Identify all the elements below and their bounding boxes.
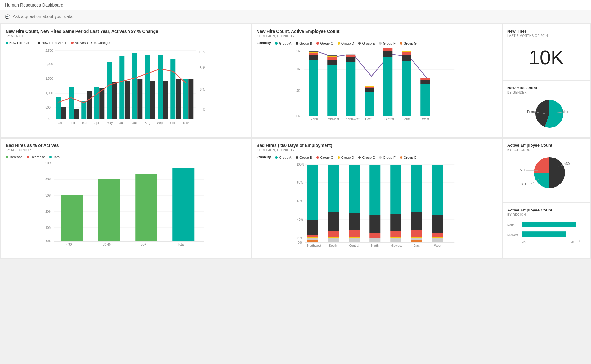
qa-input[interactable] <box>13 13 100 20</box>
bar-aug-sply <box>150 81 155 119</box>
bar-northwest-a <box>346 62 355 116</box>
bar-east-c <box>365 87 374 88</box>
panel-new-hire-region: New Hire Count, Active Employee Count BY… <box>252 24 502 137</box>
legend-group-e: Group E <box>358 42 375 45</box>
subtitle-bad-hires-60: BY REGION, ETHNICITY <box>257 149 498 152</box>
bar-south-c <box>402 52 411 55</box>
x-label-nov: Nov <box>183 121 189 125</box>
y-axis-right: 10 % <box>199 51 206 54</box>
value-10k: 10K <box>507 40 585 75</box>
bar-n-f <box>369 238 380 242</box>
bar-north-d <box>309 52 318 53</box>
x-60-s: South <box>329 244 337 247</box>
label-3049: 30-49 <box>520 182 528 186</box>
bar-mar-newhire <box>81 101 86 119</box>
x-label-north: North <box>310 118 318 121</box>
x-label-central: Central <box>384 118 394 121</box>
y-0: 0% <box>46 240 51 243</box>
chart-region: 6K 4K 2K 0K <box>257 48 498 133</box>
bar-w-f <box>432 238 443 242</box>
bar-jun-newhire <box>119 56 124 119</box>
label-north-bar: North <box>507 223 515 227</box>
bar-s-a <box>328 165 339 212</box>
bar-nw-g <box>307 240 318 242</box>
chart-bad-hires-60: 100% 80% 60% 40% 20% 0% <box>257 162 498 253</box>
y-axis-label: 2,500 <box>45 49 53 52</box>
panel-new-hires-10k: New Hires LAST 6 MONTHS OF 2014 10K <box>503 24 590 80</box>
x-label-aug: Aug <box>145 121 150 125</box>
y-80: 80% <box>297 181 303 184</box>
title-bad-hires-60: Bad Hires (<60 Days of Employment) <box>257 143 498 148</box>
legend-label-new-hire-count: New Hire Count <box>9 41 34 45</box>
panel-bad-hires-60: Bad Hires (<60 Days of Employment) BY RE… <box>252 139 502 258</box>
bar-midwest-region <box>522 231 566 237</box>
y-30: 30% <box>45 194 51 197</box>
bar-n-c <box>369 233 380 238</box>
legend-dot-teal <box>6 42 8 44</box>
bar-midwest-c <box>327 57 337 60</box>
bar-c-a <box>349 165 360 213</box>
x-60-c: Central <box>349 244 359 247</box>
x-label-jan: Jan <box>57 121 62 125</box>
x-60-w: West <box>434 244 441 247</box>
bar-central-b <box>383 51 392 57</box>
legend-60-g: Group G <box>400 156 417 159</box>
y-40: 40% <box>45 178 51 181</box>
chart-gender: Female Male <box>522 97 571 131</box>
legend-group-g: Group G <box>400 42 417 45</box>
y-axis-label: 2,000 <box>45 62 53 66</box>
title-age: Active Employee Count <box>507 143 585 148</box>
panel-subtitle-region: BY REGION, ETHNICITY <box>257 34 498 38</box>
bar-nw-b <box>307 220 318 235</box>
x-60-e: East <box>413 244 419 247</box>
bar-north-e <box>309 51 318 52</box>
legend-group-a: Group A <box>275 42 291 45</box>
bar-nw-ef <box>307 238 318 240</box>
bar-mw-b <box>390 214 401 231</box>
bar-oct-newhire <box>170 59 175 119</box>
title-region-bar: Active Employee Count <box>507 208 585 212</box>
bar-central-c <box>383 48 392 51</box>
bar-south-a <box>402 61 411 116</box>
x-60-nw: Northwest <box>307 244 321 247</box>
chart-region-bar: North Midwest 0K 5K <box>507 219 585 247</box>
bar-midwest-d <box>327 56 337 57</box>
bar-may-sply <box>112 82 117 119</box>
bar-north-b <box>309 55 318 60</box>
legend-increase: Increase <box>6 155 22 159</box>
bar-midwest-e <box>327 55 337 56</box>
legend-region: Ethnicity Group A Group B Group C Group … <box>257 41 498 46</box>
bar-e-d <box>411 237 422 238</box>
legend-group-f: Group F <box>379 42 395 45</box>
y-100: 100% <box>296 163 304 166</box>
bar-north-a <box>309 60 318 116</box>
dashboard: New Hire Count, New Hires Same Period La… <box>0 23 591 259</box>
bar-nw-c <box>307 235 318 237</box>
bar-e-b <box>411 212 422 230</box>
y-50: 50% <box>45 162 51 165</box>
x-label-northwest: Northwest <box>345 118 359 121</box>
bar-50plus-increase <box>135 174 157 177</box>
app-header: Human Resources Dashboard <box>0 0 591 10</box>
bar-w-a <box>432 165 443 215</box>
bar-3049-increase <box>98 179 120 198</box>
subtitle-new-hires: LAST 6 MONTHS OF 2014 <box>507 34 585 38</box>
x-3049: 30-49 <box>103 243 111 246</box>
legend-bad-hires-60: Ethnicity Group A Group B Group C Group … <box>257 155 498 160</box>
bar-west-c <box>420 78 430 80</box>
y-label-2k: 2K <box>296 89 300 92</box>
legend-60-d: Group D <box>338 156 354 159</box>
slice-3049 <box>549 157 565 188</box>
bar-north-region <box>522 222 576 227</box>
bar-mar-sply <box>87 91 92 119</box>
bar-n-b <box>369 215 380 233</box>
panel-subtitle-new-hire: BY MONTH <box>6 34 247 38</box>
x-label-jun: Jun <box>119 121 124 125</box>
slice-lt30 <box>534 173 549 188</box>
label-50plus: 50+ <box>520 168 525 172</box>
bar-e-c <box>411 230 422 237</box>
y-20: 20% <box>297 237 303 240</box>
label-increase: Increase <box>9 155 22 159</box>
bar-e-g <box>411 240 422 242</box>
bar-c-f <box>349 238 360 242</box>
